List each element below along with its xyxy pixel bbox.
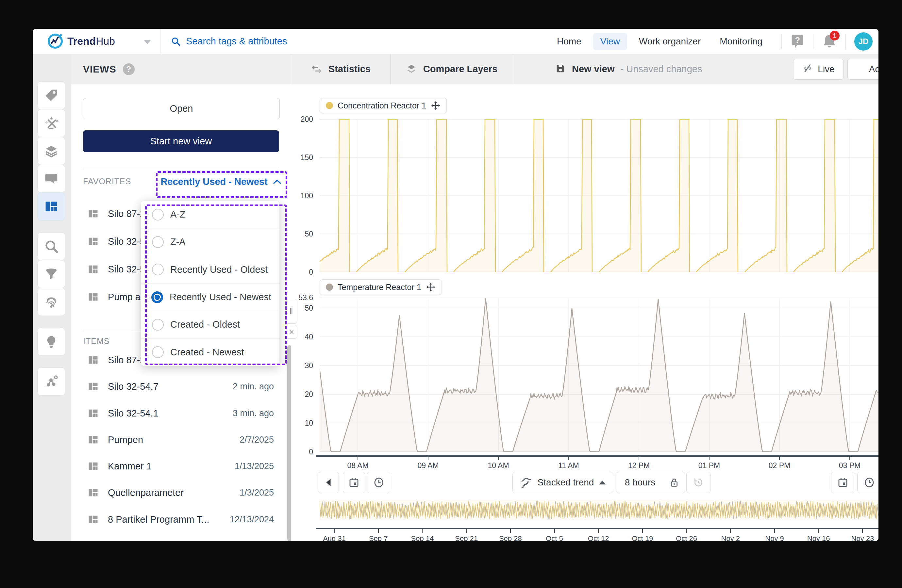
- time-tick-label: 03 PM: [839, 461, 860, 470]
- rail-item-formulas[interactable]: ÷+×: [37, 109, 65, 137]
- end-time-button[interactable]: [857, 472, 879, 493]
- radio-selected-icon[interactable]: [151, 291, 163, 303]
- move-icon[interactable]: [431, 101, 440, 110]
- time-tick-label: 02 PM: [769, 461, 790, 470]
- sort-option-label: Recently Used - Oldest: [170, 264, 268, 275]
- date-tick: [510, 529, 511, 533]
- panel-resize-handle[interactable]: ‖: [286, 299, 297, 324]
- radio-unselected-icon[interactable]: [152, 264, 164, 275]
- notifications-button[interactable]: 1: [822, 33, 837, 50]
- help-button[interactable]: ?: [790, 33, 805, 50]
- workspace-chevron-down-icon[interactable]: [144, 40, 151, 44]
- radio-unselected-icon[interactable]: [152, 346, 164, 358]
- pan-left-button[interactable]: [318, 472, 339, 493]
- view-grid-icon: [88, 208, 99, 219]
- date-tick-label: Nov 9: [765, 535, 784, 541]
- sort-option-recently-used-newest[interactable]: Recently Used - Newest: [141, 283, 279, 311]
- trend-mode-selector[interactable]: Stacked trend: [512, 472, 613, 493]
- view-label: Silo 32-54.1: [108, 408, 158, 419]
- item-row[interactable]: LF 1.4.5 B12/13/2024: [71, 536, 291, 541]
- views-help-icon[interactable]: ?: [123, 63, 135, 75]
- items-heading: ITEMS: [83, 336, 110, 346]
- tab-compare-layers[interactable]: Compare Layers: [390, 54, 513, 84]
- y-tick-label: 100: [291, 191, 316, 200]
- time-tick: [639, 457, 639, 460]
- rail-item-comments[interactable]: [37, 165, 65, 193]
- history-icon: [693, 477, 704, 488]
- open-button[interactable]: Open: [83, 98, 280, 119]
- actions-button[interactable]: Act: [847, 59, 879, 80]
- radio-unselected-icon[interactable]: [152, 209, 164, 220]
- move-icon[interactable]: [426, 282, 435, 292]
- time-axis-bar[interactable]: [316, 455, 879, 457]
- primary-nav: HomeViewWork organizerMonitoring: [550, 33, 770, 50]
- item-row[interactable]: Silo 32-54.72 min. ago: [71, 377, 291, 396]
- save-icon[interactable]: [555, 63, 566, 75]
- series-chip-concentration[interactable]: Concentration Reactor 1: [319, 98, 447, 113]
- start-new-view-button[interactable]: Start new view: [83, 130, 279, 152]
- rail-item-tags[interactable]: [37, 81, 65, 109]
- global-search[interactable]: Search tags & attributes: [160, 29, 287, 54]
- radio-unselected-icon[interactable]: [152, 319, 164, 331]
- sort-option-created-newest[interactable]: Created - Newest: [141, 338, 279, 366]
- time-tick-label: 11 AM: [558, 461, 579, 470]
- nav-item-view[interactable]: View: [593, 33, 627, 50]
- start-time-button[interactable]: [367, 472, 390, 493]
- rail-item-search[interactable]: [37, 232, 65, 260]
- nodes-icon: [44, 374, 58, 389]
- tab-label: Compare Layers: [423, 64, 497, 75]
- item-row[interactable]: Kammer 11/13/2025: [71, 457, 291, 476]
- lock-duration-button[interactable]: [664, 472, 685, 493]
- favorites-heading: FAVORITES: [83, 177, 131, 186]
- stacked-trend-icon: [520, 476, 532, 489]
- nav-item-home[interactable]: Home: [550, 33, 589, 50]
- svg-text:+: +: [50, 116, 53, 121]
- rail-item-ideas[interactable]: [37, 328, 65, 356]
- rail-item-fingerprint[interactable]: [37, 288, 65, 316]
- svg-text:?: ?: [795, 35, 800, 44]
- rail-item-connections[interactable]: [37, 368, 65, 396]
- item-row[interactable]: 8 Partikel Programm T...12/13/2024: [71, 510, 291, 529]
- sort-option-a-z[interactable]: A-Z: [141, 201, 279, 228]
- start-date-button[interactable]: [343, 472, 365, 493]
- view-grid-icon: [88, 461, 99, 472]
- live-button[interactable]: Live: [793, 59, 844, 80]
- trend-mode-label: Stacked trend: [538, 477, 594, 488]
- item-row[interactable]: Quellenparameter1/3/2025: [71, 483, 291, 502]
- rail-item-filter[interactable]: [37, 260, 65, 288]
- live-off-icon: [802, 63, 813, 76]
- tag-icon: [44, 88, 58, 103]
- view-grid-icon: [88, 291, 99, 302]
- duration-button[interactable]: 8 hours: [616, 472, 664, 493]
- sort-selector[interactable]: Recently Used - Newest: [158, 172, 284, 191]
- concentration-chart-plot[interactable]: [319, 119, 879, 272]
- rail-item-layers[interactable]: [37, 137, 65, 165]
- trend-chart-area: Concentration Reactor 1 200150100500 Tem…: [291, 84, 879, 541]
- series-chip-temperature[interactable]: Temperature Reactor 1: [319, 279, 442, 295]
- panel-close-button[interactable]: ×: [286, 325, 297, 339]
- nav-item-work-organizer[interactable]: Work organizer: [632, 33, 708, 50]
- temperature-chart-plot[interactable]: [319, 297, 879, 452]
- formula-icon: ÷+×: [44, 116, 58, 130]
- tab-statistics[interactable]: Statistics: [291, 54, 390, 84]
- sort-option-label: Created - Newest: [170, 347, 244, 358]
- rail-item-views[interactable]: [37, 192, 65, 220]
- radio-unselected-icon[interactable]: [152, 236, 164, 248]
- item-row[interactable]: Pumpen2/7/2025: [71, 430, 291, 449]
- user-avatar[interactable]: JD: [854, 32, 872, 51]
- history-button[interactable]: [686, 472, 711, 493]
- y-tick-label: 0: [291, 268, 316, 277]
- sort-option-created-oldest[interactable]: Created - Oldest: [141, 311, 279, 338]
- time-tick-label: 10 AM: [488, 461, 509, 470]
- end-date-button[interactable]: [831, 472, 854, 493]
- divider: [846, 34, 846, 49]
- overview-axis-bar[interactable]: [316, 528, 879, 529]
- sort-option-recently-used-oldest[interactable]: Recently Used - Oldest: [141, 256, 279, 283]
- date-tick-label: Sep 21: [455, 535, 478, 541]
- sort-option-z-a[interactable]: Z-A: [141, 228, 279, 255]
- brand-light: Hub: [96, 35, 115, 47]
- overview-timeline-plot[interactable]: [319, 500, 879, 521]
- item-row[interactable]: Silo 32-54.13 min. ago: [71, 403, 291, 423]
- date-tick-label: Nov 23: [851, 535, 874, 541]
- nav-item-monitoring[interactable]: Monitoring: [713, 33, 770, 50]
